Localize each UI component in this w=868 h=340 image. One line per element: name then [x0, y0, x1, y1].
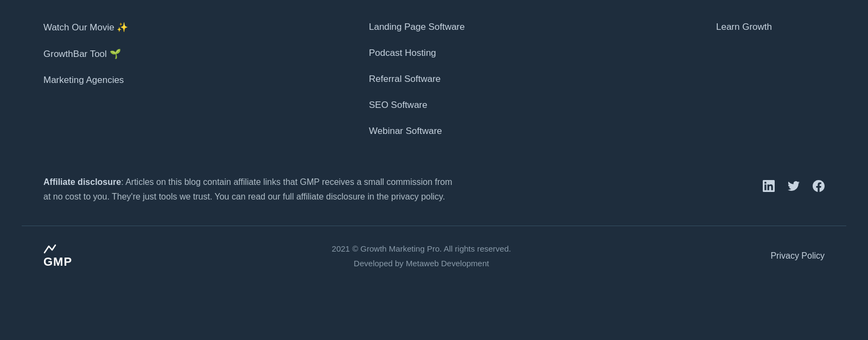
affiliate-disclosure-text: Affiliate disclosure: Articles on this b… — [43, 175, 456, 204]
learn-growth-link[interactable]: Learn Growth — [716, 22, 825, 33]
affiliate-bold: Affiliate disclosure — [43, 177, 121, 187]
seo-software-link[interactable]: SEO Software — [369, 100, 575, 111]
marketing-agencies-link[interactable]: Marketing Agencies — [43, 75, 228, 86]
gmp-logo-icon — [43, 243, 59, 255]
footer-copyright-block: 2021 © Growth Marketing Pro. All rights … — [332, 241, 511, 271]
referral-software-link[interactable]: Referral Software — [369, 74, 575, 85]
facebook-icon[interactable] — [813, 180, 825, 192]
landing-page-link[interactable]: Landing Page Software — [369, 22, 575, 33]
watch-movie-link[interactable]: Watch Our Movie ✨ — [43, 22, 228, 33]
social-icons-group — [763, 175, 825, 192]
webinar-software-link[interactable]: Webinar Software — [369, 126, 575, 137]
footer-main-nav: Watch Our Movie ✨GrowthBar Tool 🌱Marketi… — [0, 0, 868, 164]
affiliate-section: Affiliate disclosure: Articles on this b… — [0, 164, 868, 226]
developer-text: Developed by Metaweb Development — [332, 256, 511, 271]
growthbar-tool-link[interactable]: GrowthBar Tool 🌱 — [43, 48, 228, 60]
linkedin-icon[interactable] — [763, 180, 775, 192]
podcast-hosting-link[interactable]: Podcast Hosting — [369, 48, 575, 59]
copyright-text: 2021 © Growth Marketing Pro. All rights … — [332, 241, 511, 256]
footer-col-right: Learn Growth — [716, 22, 825, 137]
gmp-logo-text: GMP — [43, 255, 72, 269]
footer-col-left: Watch Our Movie ✨GrowthBar Tool 🌱Marketi… — [43, 22, 228, 137]
footer-bottom: GMP 2021 © Growth Marketing Pro. All rig… — [0, 226, 868, 286]
gmp-logo: GMP — [43, 243, 72, 269]
twitter-icon[interactable] — [788, 180, 800, 192]
privacy-policy-link[interactable]: Privacy Policy — [770, 251, 825, 261]
footer-col-middle: Landing Page SoftwarePodcast HostingRefe… — [369, 22, 575, 137]
